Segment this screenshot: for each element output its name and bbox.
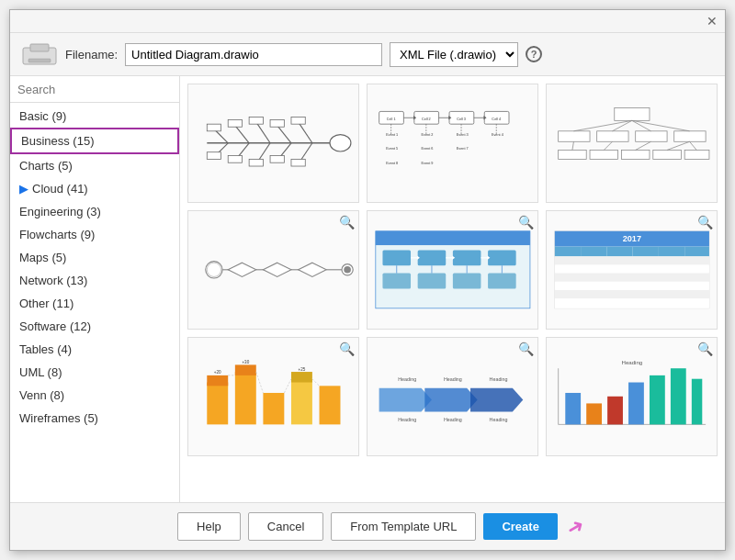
svg-text:+30: +30 (242, 360, 249, 364)
sidebar-item-network[interactable]: Network (13) (10, 269, 179, 292)
svg-text:Heading: Heading (489, 417, 507, 422)
filename-input[interactable] (125, 43, 382, 66)
sidebar-item-venn[interactable]: Venn (8) (10, 384, 179, 407)
svg-rect-123 (207, 375, 228, 386)
sidebar-item-tables[interactable]: Tables (4) (10, 338, 179, 361)
search-input[interactable] (17, 83, 172, 96)
svg-point-86 (344, 266, 351, 274)
svg-text:Event 5: Event 5 (386, 148, 398, 151)
svg-line-71 (667, 141, 689, 150)
arrow-indicator: ➜ (562, 512, 589, 542)
footer: Help Cancel From Template URL Create ➜ (10, 502, 725, 550)
template-card[interactable]: 🔍 Heading (546, 337, 718, 456)
svg-marker-140 (379, 388, 431, 412)
svg-rect-19 (270, 120, 284, 128)
svg-rect-92 (488, 251, 516, 266)
svg-text:Event 9: Event 9 (421, 162, 433, 165)
sidebar-item-basic[interactable]: Basic (9) (10, 105, 179, 128)
sidebar-item-charts[interactable]: Charts (5) (10, 154, 179, 177)
svg-text:Cell 1: Cell 1 (386, 118, 395, 121)
svg-text:Event 1: Event 1 (386, 133, 398, 137)
svg-line-10 (298, 122, 311, 143)
template-card[interactable]: 🔍 2017 (546, 210, 718, 330)
svg-line-72 (689, 141, 696, 150)
sidebar-item-software[interactable]: Software (12) (10, 315, 179, 338)
svg-marker-142 (470, 388, 523, 412)
svg-line-8 (255, 122, 269, 143)
template-url-button[interactable]: From Template URL (331, 512, 476, 541)
help-button[interactable]: Help (177, 512, 241, 541)
svg-line-133 (312, 379, 320, 386)
svg-marker-141 (424, 388, 477, 412)
templates-area: Cell 1 Cell 2 Cell 3 Cell 4 Event 1 (180, 76, 725, 502)
sidebar-item-label: Other (11) (19, 297, 74, 310)
sidebar-item-business[interactable]: Business (15) (10, 128, 179, 154)
sidebar-item-label: Venn (8) (19, 388, 64, 402)
svg-rect-2 (28, 59, 51, 62)
svg-rect-102 (488, 274, 516, 289)
svg-marker-77 (228, 263, 256, 276)
svg-rect-128 (291, 372, 312, 382)
svg-rect-55 (558, 131, 589, 141)
template-card[interactable]: 🔍 +20 (187, 337, 359, 456)
svg-text:Heading: Heading (444, 376, 462, 382)
svg-line-9 (277, 126, 290, 143)
template-card[interactable]: Cell 1 Cell 2 Cell 3 Cell 4 Event 1 (367, 84, 538, 203)
svg-text:Heading: Heading (398, 417, 416, 422)
sidebar-item-label: Network (13) (19, 274, 87, 287)
svg-rect-125 (234, 365, 255, 375)
svg-rect-16 (207, 124, 220, 131)
svg-rect-67 (684, 151, 709, 160)
drive-icon (21, 40, 58, 68)
create-button[interactable]: Create (483, 513, 557, 540)
zoom-icon: 🔍 (339, 215, 355, 230)
svg-rect-100 (417, 274, 446, 289)
svg-marker-83 (298, 263, 326, 276)
cloud-icon: ▶ (19, 182, 28, 196)
category-list: Basic (9)Business (15)Charts (5)▶Cloud (… (10, 103, 179, 502)
svg-line-68 (572, 141, 574, 150)
sidebar-item-engineering[interactable]: Engineering (3) (10, 200, 179, 223)
svg-rect-121 (554, 298, 708, 308)
svg-rect-18 (249, 118, 263, 125)
svg-rect-126 (263, 393, 284, 424)
svg-text:Heading: Heading (621, 359, 642, 365)
svg-rect-129 (319, 386, 340, 425)
sidebar-item-wireframes[interactable]: Wireframes (5) (10, 407, 179, 430)
cancel-button[interactable]: Cancel (248, 512, 323, 541)
sidebar-item-uml[interactable]: UML (8) (10, 361, 179, 384)
filetype-select[interactable]: XML File (.drawio) SVG File (.svg) HTML … (390, 42, 518, 67)
svg-rect-115 (684, 247, 709, 257)
template-card[interactable]: 🔍 Heading Heading Heading Heading Headin… (367, 337, 538, 456)
zoom-icon: 🔍 (518, 215, 534, 230)
zoom-icon: 🔍 (697, 215, 713, 230)
sidebar-item-other[interactable]: Other (11) (10, 292, 179, 315)
svg-rect-89 (382, 251, 411, 266)
svg-rect-153 (650, 375, 665, 424)
main-area: Basic (9)Business (15)Charts (5)▶Cloud (… (10, 76, 725, 502)
zoom-icon: 🔍 (697, 342, 713, 356)
sidebar-item-maps[interactable]: Maps (5) (10, 246, 179, 269)
template-card[interactable]: 🔍 (367, 210, 538, 330)
template-card[interactable] (546, 84, 718, 203)
template-card[interactable]: 🔍 (187, 210, 359, 330)
template-card[interactable] (187, 84, 359, 203)
filename-bar: Filename: XML File (.drawio) SVG File (.… (10, 33, 725, 76)
svg-rect-88 (375, 231, 529, 245)
svg-point-73 (205, 262, 221, 278)
svg-rect-64 (590, 151, 618, 160)
svg-rect-90 (417, 251, 446, 266)
svg-text:Cell 4: Cell 4 (492, 118, 502, 121)
sidebar-item-label: Basic (9) (19, 109, 66, 123)
close-button[interactable]: ✕ (705, 14, 719, 28)
sidebar-item-cloud[interactable]: ▶Cloud (41) (10, 177, 179, 200)
sidebar-item-flowcharts[interactable]: Flowcharts (9) (10, 223, 179, 246)
svg-text:+25: +25 (298, 367, 305, 372)
svg-rect-24 (270, 156, 284, 163)
help-icon[interactable]: ? (526, 46, 542, 62)
svg-rect-1 (30, 44, 49, 51)
sidebar-item-label: Maps (5) (19, 251, 66, 264)
svg-text:Event 3: Event 3 (456, 133, 468, 137)
title-bar: ✕ (10, 10, 725, 33)
svg-rect-54 (614, 108, 649, 121)
